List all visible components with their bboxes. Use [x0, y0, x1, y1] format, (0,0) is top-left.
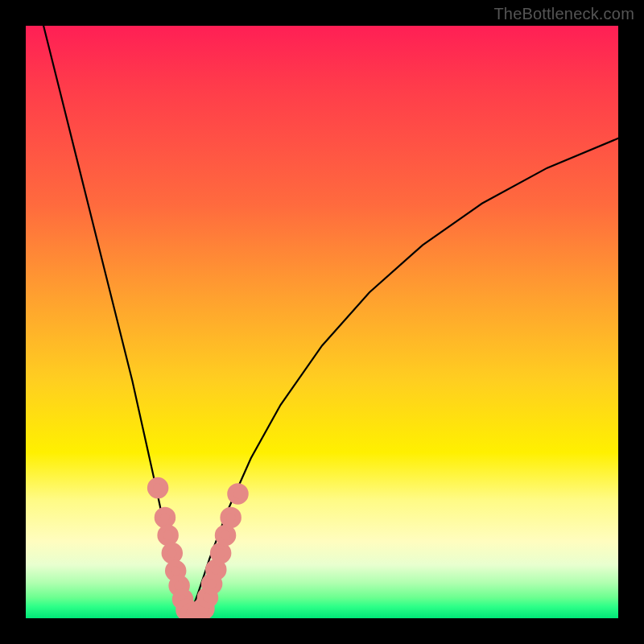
curve-marker-dot	[208, 562, 224, 577]
chart-svg	[26, 26, 618, 618]
curve-marker-dot	[217, 527, 233, 543]
plot-area	[26, 26, 618, 618]
curve-marker-dot	[151, 481, 166, 496]
watermark-text: TheBottleneck.com	[493, 5, 634, 23]
curve-right-branch	[188, 138, 618, 618]
curve-marker-dot	[223, 510, 238, 525]
curve-marker-dot	[157, 510, 172, 525]
curve-markers	[151, 481, 246, 618]
curve-marker-dot	[164, 545, 180, 560]
chart-container: TheBottleneck.com	[0, 0, 644, 644]
curve-marker-dot	[230, 486, 246, 502]
curve-marker-dot	[160, 527, 175, 543]
curve-marker-dot	[213, 545, 229, 560]
